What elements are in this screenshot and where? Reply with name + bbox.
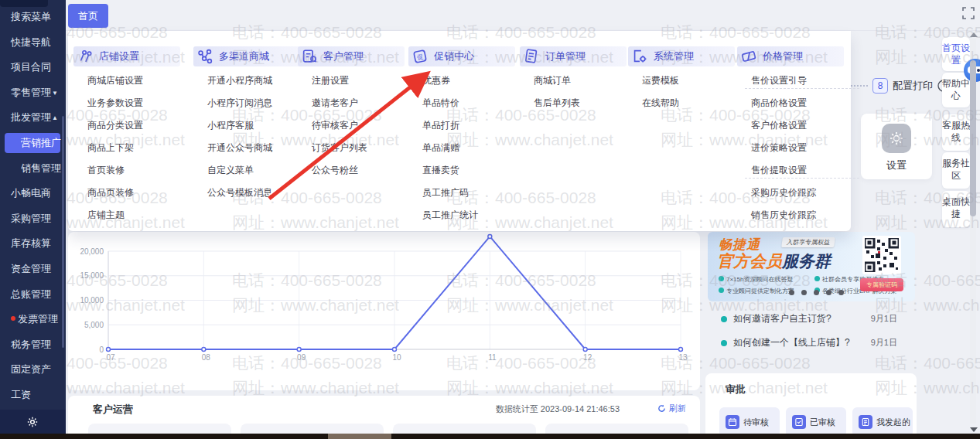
sidebar-item-2[interactable]: 快捷导航 bbox=[0, 34, 66, 51]
carousel-dot[interactable] bbox=[801, 290, 807, 295]
sidebar-item-12[interactable]: 总账管理 bbox=[0, 286, 66, 303]
sidebar-item-6[interactable]: 营销推广 bbox=[0, 134, 66, 151]
banner-title: 官方会员服务群 bbox=[717, 250, 831, 272]
menu-item[interactable]: 客户价格设置 bbox=[751, 119, 807, 132]
svg-text:20,000: 20,000 bbox=[80, 247, 104, 256]
menu-column-title: 促销中心 bbox=[434, 49, 474, 63]
menu-item[interactable]: 员工推广统计 bbox=[422, 209, 478, 222]
scroll-down-icon[interactable] bbox=[970, 427, 978, 432]
sidebar-item-1[interactable]: 搜索菜单 bbox=[0, 9, 66, 26]
menu-item[interactable]: 商品页装修 bbox=[87, 186, 134, 199]
help-link-2[interactable]: 如何创建一个【线上店铺】?9月1日 bbox=[709, 336, 917, 352]
banner-bullet: 专业顾问提供定制化方案 bbox=[719, 287, 794, 295]
menu-item[interactable]: 单品特价 bbox=[422, 97, 459, 110]
menu-item[interactable]: 公众号粉丝 bbox=[312, 164, 358, 177]
menu-item[interactable]: 直播卖货 bbox=[422, 164, 459, 177]
sidebar-item-8[interactable]: 小畅电商 bbox=[0, 185, 66, 202]
sidebar-scrollbar[interactable] bbox=[62, 116, 64, 348]
menu-item[interactable]: 自定义菜单 bbox=[207, 164, 254, 177]
menu-item[interactable]: 单品满赠 bbox=[422, 141, 459, 155]
menu-item[interactable]: 售价提取设置 bbox=[751, 164, 807, 177]
sidebar-item-9[interactable]: 采购管理 bbox=[0, 210, 66, 227]
sidebar-item-10[interactable]: 库存核算 bbox=[0, 235, 66, 252]
menu-item[interactable]: 商品价格设置 bbox=[751, 97, 807, 110]
menu-column-title: 系统管理 bbox=[654, 49, 694, 63]
toolbar-item-2[interactable]: 帮助中心 bbox=[942, 73, 970, 107]
toolbar-item-4[interactable]: 服务社区 bbox=[942, 152, 970, 189]
member-group-banner[interactable]: 畅捷通 入群享专属权益 官方会员服务群 7×15h资深顾问在线答疑社群会员专享购… bbox=[708, 232, 915, 301]
sidebar-item-14[interactable]: 税务管理 bbox=[0, 336, 66, 353]
menu-item[interactable]: 注册设置 bbox=[312, 74, 349, 87]
sidebar-item-3[interactable]: 项目合同 bbox=[0, 59, 66, 76]
sidebar-gear-icon[interactable] bbox=[26, 416, 39, 428]
approval-button-2[interactable]: 已审核 bbox=[786, 407, 846, 437]
menu-item[interactable]: 单品打折 bbox=[422, 119, 459, 132]
toolbar-item-5[interactable]: 桌面快捷 bbox=[942, 191, 970, 227]
refresh-button[interactable]: 刷新 bbox=[657, 403, 686, 414]
menu-column-7: 价格管理售价设置引导商品价格设置客户价格设置进价策略设置售价提取设置采购历史价跟… bbox=[737, 31, 845, 231]
svg-text:10: 10 bbox=[392, 353, 401, 362]
svg-text:促: 促 bbox=[416, 53, 424, 62]
menu-item[interactable]: 商品分类设置 bbox=[87, 119, 143, 132]
menu-item[interactable]: 小程序订阅消息 bbox=[207, 97, 272, 110]
scroll-up-icon[interactable] bbox=[970, 32, 978, 37]
tab-home[interactable]: 首页 bbox=[68, 4, 108, 28]
list-dot-icon bbox=[721, 340, 727, 346]
page-scrollbar-thumb[interactable] bbox=[970, 60, 976, 216]
menu-item[interactable]: 售后单列表 bbox=[534, 97, 580, 110]
sidebar-item-13[interactable]: 发票管理 bbox=[0, 311, 66, 328]
menu-column-header: 促促销中心 bbox=[408, 46, 515, 66]
expand-arrow-icon: ▲ bbox=[52, 110, 58, 127]
menu-item[interactable]: 首页装修 bbox=[87, 164, 125, 177]
menu-item[interactable]: 销售历史价跟踪 bbox=[751, 209, 816, 222]
data-timestamp: 数据统计至 2023-09-14 21:46:53 bbox=[496, 403, 620, 415]
step-number-badge: 8 bbox=[872, 78, 888, 94]
menu-item[interactable]: 商城店铺设置 bbox=[87, 74, 143, 87]
sidebar-item-15[interactable]: 固定资产 bbox=[0, 361, 66, 378]
menu-item[interactable]: 开通小程序商城 bbox=[207, 74, 272, 87]
fullscreen-icon[interactable] bbox=[962, 7, 975, 19]
sidebar-item-11[interactable]: 资金管理 bbox=[0, 260, 66, 277]
approval-doc-icon bbox=[726, 415, 739, 429]
help-link-1[interactable]: 如何邀请客户自主订货?9月1日 bbox=[709, 312, 917, 328]
carousel-dot[interactable] bbox=[789, 290, 794, 295]
menu-item[interactable]: 员工推广码 bbox=[422, 186, 469, 199]
sidebar-item-16[interactable]: 工资 bbox=[0, 386, 66, 403]
approval-button-1[interactable]: 待审核 bbox=[719, 407, 780, 437]
sidebar-item-7[interactable]: 销售管理 bbox=[0, 160, 66, 177]
menu-item[interactable]: 订货客户列表 bbox=[312, 141, 367, 155]
menu-item[interactable]: 采购历史价跟踪 bbox=[751, 186, 816, 199]
menu-item[interactable]: 售价设置引导 bbox=[751, 74, 807, 87]
carousel-dot[interactable] bbox=[814, 290, 819, 295]
menu-divider bbox=[745, 88, 859, 89]
menu-item[interactable]: 商品上下架 bbox=[87, 141, 134, 155]
approval-doc-icon bbox=[859, 415, 872, 429]
menu-item[interactable]: 业务参数设置 bbox=[87, 97, 143, 110]
menu-item[interactable]: 运费模板 bbox=[642, 74, 679, 87]
setup-guide-print-step: 8 配置打印 bbox=[848, 77, 950, 94]
menu-item[interactable]: 商城订单 bbox=[534, 74, 571, 87]
svg-text:09: 09 bbox=[297, 353, 306, 362]
settings-shortcut-card[interactable]: 设置 bbox=[861, 114, 932, 179]
carousel-dot[interactable] bbox=[826, 290, 831, 295]
menu-item[interactable]: 进价策略设置 bbox=[751, 141, 807, 155]
carousel-dot[interactable] bbox=[838, 290, 844, 295]
shop-settings-icon bbox=[77, 48, 94, 65]
toolbar-item-3[interactable]: 客服热线 bbox=[942, 114, 970, 151]
menu-item[interactable]: 优惠券 bbox=[422, 74, 450, 87]
qr-code-button[interactable]: 专属验证码 bbox=[860, 278, 903, 291]
line-chart: 0708091011121305,00010,00015,00020,000 bbox=[68, 232, 700, 390]
approval-button-3[interactable]: 我发起的 bbox=[852, 407, 913, 437]
menu-item[interactable]: 待审核客户 bbox=[312, 119, 358, 132]
menu-item[interactable]: 小程序客服 bbox=[207, 119, 254, 132]
menu-item[interactable]: 公众号模板消息 bbox=[207, 186, 272, 199]
svg-text:10,000: 10,000 bbox=[80, 296, 104, 305]
menu-item[interactable]: 店铺主题 bbox=[87, 209, 125, 222]
menu-column-title: 客户管理 bbox=[323, 49, 364, 63]
sidebar-item-5[interactable]: 批发管理▲ bbox=[0, 109, 66, 126]
menu-item[interactable]: 在线帮助 bbox=[642, 97, 679, 110]
menu-item[interactable]: 邀请老客户 bbox=[312, 97, 358, 110]
menu-item[interactable]: 开通公众号商城 bbox=[207, 141, 272, 155]
svg-text:0: 0 bbox=[99, 345, 104, 354]
sidebar-item-4[interactable]: 零售管理▼ bbox=[0, 84, 66, 101]
